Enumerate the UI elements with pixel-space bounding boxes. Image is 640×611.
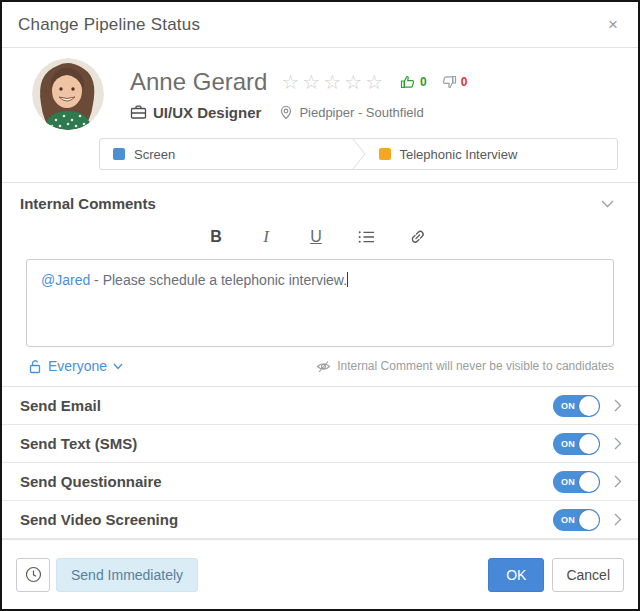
location-text: Piedpiper - Southfield [299,105,423,120]
send-questionnaire-row[interactable]: Send Questionnaire ON [2,463,638,501]
modal-title: Change Pipeline Status [18,15,200,35]
thumbs-up-control[interactable]: 0 [400,74,427,90]
comment-input[interactable]: @Jared - Please schedule a telephonic in… [26,259,614,347]
toggle-knob [579,472,599,492]
stage-color-swatch [113,148,125,160]
modal-header: Change Pipeline Status × [2,2,638,48]
rating-stars[interactable]: ☆☆☆☆☆ [281,72,386,92]
send-video-screening-label: Send Video Screening [20,511,178,528]
thumbs-up-count: 0 [420,75,427,89]
send-email-label: Send Email [20,397,101,414]
toggle-knob [579,434,599,454]
candidate-profile-section: Anne Gerard ☆☆☆☆☆ 0 0 UI/UX Designer [2,48,638,183]
comment-text: - Please schedule a telephonic interview… [90,272,347,288]
underline-button[interactable]: U [308,228,324,246]
unlock-icon [28,359,42,374]
thumbs-up-icon [400,74,416,90]
thumbs-down-control[interactable]: 0 [441,74,468,90]
send-text-sms-row[interactable]: Send Text (SMS) ON [2,425,638,463]
bullet-list-icon [358,230,375,244]
modal-footer: Send Immediately OK Cancel [2,539,638,609]
toggle-on-label: ON [561,401,575,411]
text-caret [347,272,348,287]
send-questionnaire-toggle[interactable]: ON [553,471,600,493]
internal-comments-section: Internal Comments B I U @Jared - Please … [2,183,638,387]
visibility-note-text: Internal Comment will never be visible t… [337,359,614,373]
toggle-on-label: ON [561,477,575,487]
mention-text: @Jared [41,272,90,288]
chevron-down-icon [113,363,123,370]
pipeline-stage-screen[interactable]: Screen [100,139,352,169]
bullet-list-button[interactable] [358,230,375,244]
visibility-dropdown[interactable]: Everyone [28,358,123,374]
send-text-sms-label: Send Text (SMS) [20,435,137,452]
internal-comments-heading: Internal Comments [20,195,156,212]
close-icon[interactable]: × [604,14,622,35]
chevron-right-icon[interactable] [614,437,622,450]
briefcase-icon [130,104,147,120]
hyperlink-icon [409,229,426,245]
clock-icon [25,566,42,583]
cancel-button[interactable]: Cancel [552,558,624,592]
toggle-knob [579,396,599,416]
toggle-knob [579,510,599,530]
comment-format-toolbar: B I U [20,225,614,249]
chevron-right-icon[interactable] [614,399,622,412]
chevron-right-icon[interactable] [614,513,622,526]
send-text-sms-toggle[interactable]: ON [553,433,600,455]
stage-separator-chevron [352,139,366,169]
pipeline-stage-telephonic-interview[interactable]: Telephonic Interview [366,139,618,169]
schedule-send-button[interactable] [16,558,50,592]
toggle-on-label: ON [561,515,575,525]
insert-link-button[interactable] [409,229,426,245]
location-pin-icon [279,105,293,120]
ok-button[interactable]: OK [488,558,544,592]
thumbs-down-count: 0 [461,75,468,89]
stage-color-swatch [379,148,391,160]
candidate-name: Anne Gerard [130,68,267,96]
change-pipeline-status-modal: Change Pipeline Status × [0,0,640,611]
italic-button[interactable]: I [258,227,274,247]
pipeline-stage-bar: Screen Telephonic Interview [99,138,618,170]
stage-label: Telephonic Interview [400,147,518,162]
collapse-chevron-icon[interactable] [601,200,614,208]
send-email-toggle[interactable]: ON [553,395,600,417]
thumbs-down-icon [441,74,457,90]
send-video-screening-toggle[interactable]: ON [553,509,600,531]
toggle-on-label: ON [561,439,575,449]
stage-label: Screen [134,147,175,162]
send-questionnaire-label: Send Questionnaire [20,473,162,490]
eye-slash-icon [316,360,331,373]
send-immediately-button[interactable]: Send Immediately [56,558,198,592]
avatar [32,58,104,130]
visibility-label: Everyone [48,358,107,374]
visibility-note: Internal Comment will never be visible t… [316,359,614,373]
send-email-row[interactable]: Send Email ON [2,387,638,425]
chevron-right-icon[interactable] [614,475,622,488]
job-title: UI/UX Designer [153,104,261,121]
send-video-screening-row[interactable]: Send Video Screening ON [2,501,638,539]
bold-button[interactable]: B [208,228,224,246]
